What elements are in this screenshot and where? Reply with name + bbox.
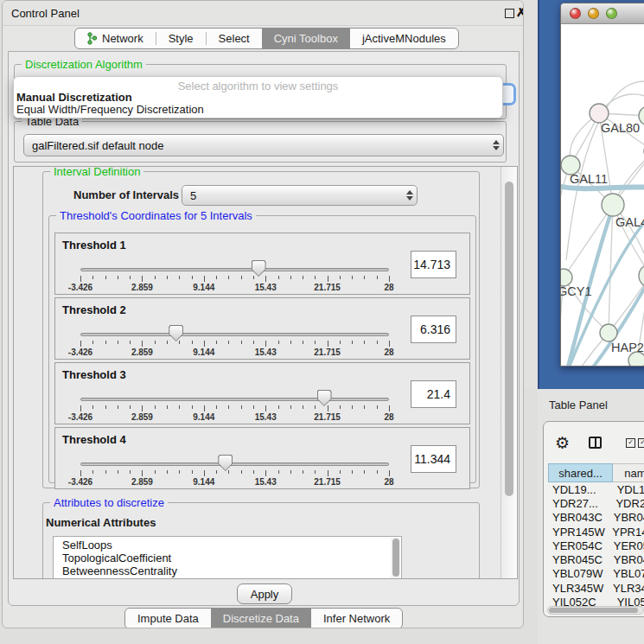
- slider-tick: [204, 405, 205, 411]
- slider-track[interactable]: [80, 268, 389, 271]
- dropdown-option-manual-discretization[interactable]: Manual Discretization: [16, 91, 132, 104]
- number-of-intervals-value: 5: [182, 189, 403, 202]
- network-node[interactable]: [561, 269, 572, 286]
- minimize-traffic-light[interactable]: [588, 8, 599, 19]
- tab-cyni-toolbox[interactable]: Cyni Toolbox: [262, 29, 350, 48]
- threshold-value-field[interactable]: 6.316: [411, 316, 456, 343]
- cell-shared-name[interactable]: YDL19...: [548, 483, 613, 496]
- cell-shared-name[interactable]: YBL079W: [548, 567, 609, 580]
- slider-tick-label: 28: [384, 477, 393, 487]
- tab-jactivemnodules[interactable]: jActiveMNodules: [350, 29, 458, 48]
- cell-shared-name[interactable]: YLR345W: [548, 582, 609, 595]
- slider-tick: [179, 276, 180, 279]
- attribute-list-item[interactable]: SelfLoops: [54, 539, 401, 552]
- cyni-bottom-tabbar: Impute DataDiscretize DataInfer Network: [124, 608, 403, 628]
- cell-name[interactable]: YBL079W: [609, 567, 644, 580]
- tab-impute-data[interactable]: Impute Data: [125, 609, 211, 628]
- network-node[interactable]: [639, 265, 644, 287]
- cell-shared-name[interactable]: YPR145W: [548, 526, 608, 539]
- thresholds-coordinates-section: Threshold's Coordinates for 5 Intervals …: [48, 215, 476, 483]
- table-row[interactable]: YPR145WYPR145W: [548, 525, 644, 539]
- attribute-list-item[interactable]: TopologicalCoefficient: [54, 552, 401, 564]
- slider-tick: [290, 341, 291, 344]
- cell-shared-name[interactable]: YER054C: [548, 539, 609, 552]
- tab-network[interactable]: Network: [75, 29, 156, 48]
- vertical-scrollbar-thumb[interactable]: [505, 182, 513, 496]
- tab-style[interactable]: Style: [156, 29, 206, 48]
- network-edge[interactable]: [564, 205, 613, 277]
- control-panel-titlebar[interactable]: Control Panel ✗: [3, 1, 523, 26]
- slider-tick-label: 15.43: [255, 348, 277, 357]
- cell-name[interactable]: YPR145W: [608, 526, 644, 539]
- horizontal-scrollbar[interactable]: [547, 606, 644, 615]
- desktop-blue-background: GAL80GAGAL11GAL4GCY1HIHAP2: [538, 0, 644, 389]
- network-edge[interactable]: [609, 276, 644, 333]
- slider-thumb[interactable]: [317, 390, 332, 406]
- table-row[interactable]: YBR043CYBR043C: [548, 511, 644, 525]
- numerical-attributes-list[interactable]: SelfLoopsTopologicalCoefficientBetweenne…: [53, 536, 402, 579]
- table-row[interactable]: YDL19...YDL19...: [548, 482, 644, 496]
- cell-name[interactable]: YDR27...: [611, 497, 644, 510]
- network-node[interactable]: [600, 324, 617, 341]
- column-header-name[interactable]: name: [613, 463, 644, 482]
- tab-discretize-data[interactable]: Discretize Data: [211, 609, 311, 628]
- split-columns-icon[interactable]: [589, 437, 602, 449]
- slider-tick: [377, 276, 378, 279]
- column-header-shared-name[interactable]: shared...: [548, 463, 613, 482]
- network-edge[interactable]: [561, 165, 571, 366]
- list-scrollbar: [391, 538, 400, 579]
- list-scrollbar-thumb[interactable]: [392, 539, 399, 577]
- network-window-titlebar[interactable]: [561, 3, 644, 24]
- table-row[interactable]: YBR045CYBR045C: [548, 552, 644, 566]
- settings-gear-icon[interactable]: ⚙: [555, 433, 570, 452]
- slider-thumb[interactable]: [169, 325, 183, 341]
- slider-tick-label: 21.715: [314, 412, 341, 422]
- table-row[interactable]: YDR27...YDR27...: [548, 496, 644, 510]
- tab-label: Discretize Data: [223, 612, 299, 625]
- cell-name[interactable]: YDL19...: [613, 483, 644, 496]
- slider-track[interactable]: [80, 462, 389, 466]
- column-checkboxes-icon[interactable]: ✓✓: [626, 438, 644, 448]
- slider-track[interactable]: [80, 333, 389, 336]
- threshold-value-field[interactable]: 11.344: [411, 445, 456, 473]
- cell-name[interactable]: YER054C: [609, 539, 644, 552]
- attribute-list-item[interactable]: BetweennessCentrality: [54, 564, 401, 577]
- network-node[interactable]: [602, 194, 624, 216]
- close-traffic-light[interactable]: [570, 8, 581, 19]
- slider-tick: [105, 341, 106, 344]
- slider-thumb[interactable]: [218, 455, 233, 471]
- float-window-icon[interactable]: [505, 9, 514, 18]
- slider-tick: [228, 276, 229, 279]
- number-of-intervals-combobox[interactable]: 5: [182, 185, 418, 206]
- slider-tick: [228, 470, 229, 474]
- threshold-value-field[interactable]: 14.713: [411, 251, 456, 278]
- cell-name[interactable]: YLR345W: [609, 582, 644, 595]
- cell-shared-name[interactable]: YBR045C: [548, 553, 609, 566]
- horizontal-scrollbar-thumb[interactable]: [549, 608, 638, 613]
- cell-name[interactable]: YBR045C: [609, 553, 644, 566]
- network-view-window[interactable]: GAL80GAGAL11GAL4GCY1HIHAP2: [560, 3, 644, 367]
- slider-track[interactable]: [80, 398, 389, 401]
- close-icon[interactable]: ✗: [516, 5, 524, 19]
- apply-button[interactable]: Apply: [237, 583, 292, 604]
- slider-thumb[interactable]: [252, 260, 266, 277]
- table-data-combobox[interactable]: galFiltered.sif default node: [23, 134, 504, 156]
- cell-name[interactable]: YBR043C: [609, 511, 644, 524]
- slider-tick: [364, 341, 365, 344]
- tab-infer-network[interactable]: Infer Network: [311, 609, 402, 628]
- tab-select[interactable]: Select: [207, 29, 262, 48]
- table-row[interactable]: YLR345WYLR345W: [548, 581, 644, 595]
- table-row[interactable]: YER054CYER054C: [548, 539, 644, 552]
- dropdown-option-equal-width-frequency[interactable]: Equal Width/Frequency Discretization: [16, 103, 204, 116]
- table-row[interactable]: YBL079WYBL079W: [548, 567, 644, 581]
- cell-shared-name[interactable]: YDR27...: [548, 497, 611, 510]
- cell-shared-name[interactable]: YBR043C: [548, 511, 609, 524]
- slider-tick: [340, 341, 341, 344]
- network-node[interactable]: [590, 104, 609, 123]
- network-canvas[interactable]: GAL80GAGAL11GAL4GCY1HIHAP2: [561, 23, 644, 366]
- zoom-traffic-light[interactable]: [606, 8, 617, 19]
- vertical-scrollbar[interactable]: [501, 167, 517, 578]
- threshold-value-field[interactable]: 21.4: [411, 380, 456, 408]
- stepper-icon: [489, 135, 503, 156]
- slider-tick: [377, 341, 378, 344]
